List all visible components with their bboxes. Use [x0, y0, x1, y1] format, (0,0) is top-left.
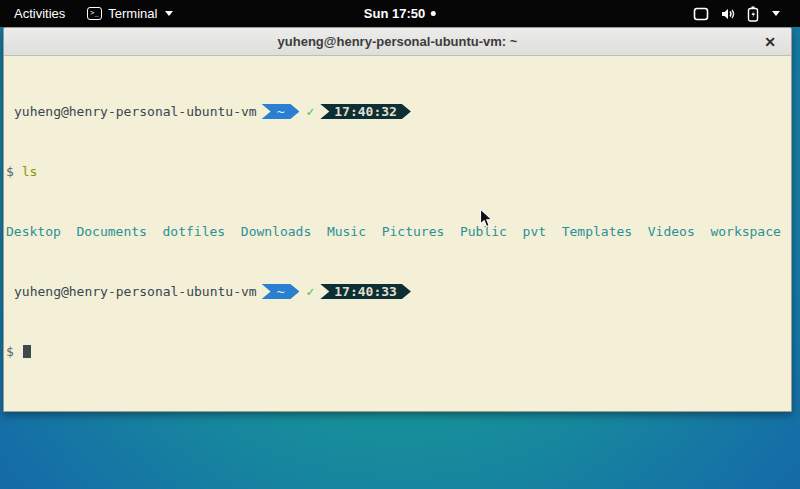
window-title: yuheng@henry-personal-ubuntu-vm: ~ — [278, 34, 518, 49]
close-icon[interactable]: ✕ — [761, 33, 779, 51]
command-line: $ ls — [6, 164, 789, 179]
success-check-icon: ✓ — [306, 284, 314, 299]
system-tray[interactable] — [693, 0, 800, 27]
chevron-down-icon — [165, 11, 173, 16]
command-line: $ — [6, 344, 789, 359]
prompt-sign: $ — [6, 344, 14, 359]
typed-command: ls — [22, 164, 38, 179]
battery-charging-icon — [747, 6, 759, 22]
title-bar[interactable]: yuheng@henry-personal-ubuntu-vm: ~ ✕ — [4, 28, 791, 56]
terminal-screen[interactable]: yuheng@henry-personal-ubuntu-vm ~ ✓ 17:4… — [4, 56, 791, 411]
prompt-line: yuheng@henry-personal-ubuntu-vm ~ ✓ 17:4… — [6, 284, 789, 299]
powerline-time-segment: 17:40:32 — [320, 104, 411, 119]
powerline-cwd-segment: ~ — [262, 284, 300, 299]
prompt-user-host: yuheng@henry-personal-ubuntu-vm — [14, 284, 257, 299]
terminal-window: yuheng@henry-personal-ubuntu-vm: ~ ✕ yuh… — [3, 27, 792, 412]
clock-label: Sun 17:50 — [364, 6, 425, 21]
powerline-time-segment: 17:40:33 — [320, 284, 411, 299]
terminal-icon: >_ — [87, 7, 102, 20]
prompt-sign: $ — [6, 164, 14, 179]
top-bar: Activities >_ Terminal Sun 17:50 — [0, 0, 800, 27]
ls-output: Desktop Documents dotfiles Downloads Mus… — [6, 224, 789, 239]
notification-dot — [431, 11, 436, 16]
terminal-cursor — [23, 345, 31, 358]
screen-icon — [693, 7, 709, 21]
activities-button[interactable]: Activities — [0, 0, 79, 27]
chevron-down-icon — [772, 11, 780, 16]
clock[interactable]: Sun 17:50 — [364, 0, 436, 27]
success-check-icon: ✓ — [306, 104, 314, 119]
app-menu-label: Terminal — [108, 6, 157, 21]
prompt-user-host: yuheng@henry-personal-ubuntu-vm — [14, 104, 257, 119]
prompt-line: yuheng@henry-personal-ubuntu-vm ~ ✓ 17:4… — [6, 104, 789, 119]
app-menu[interactable]: >_ Terminal — [79, 0, 181, 27]
powerline-cwd-segment: ~ — [262, 104, 300, 119]
desktop-background: Activities >_ Terminal Sun 17:50 — [0, 0, 800, 489]
volume-icon — [720, 7, 736, 21]
